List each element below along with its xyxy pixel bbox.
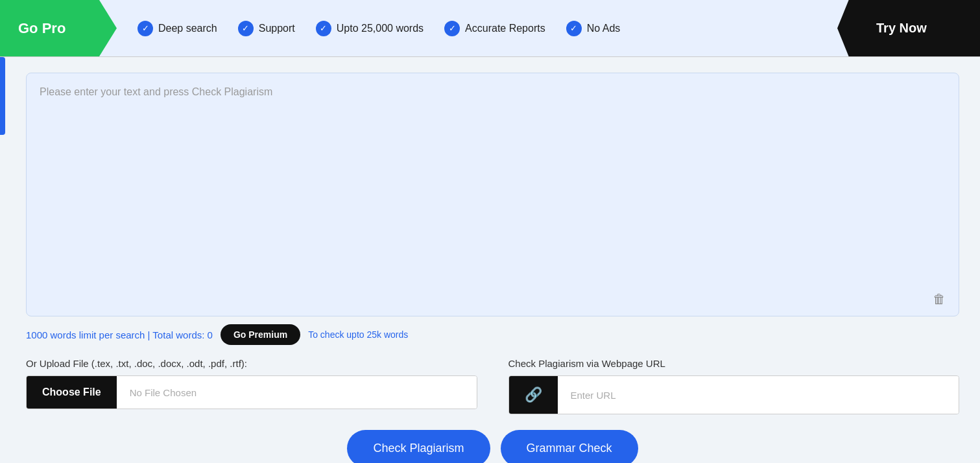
choose-file-button[interactable]: Choose File: [27, 376, 117, 409]
feature-label-deep-search: Deep search: [158, 23, 217, 34]
grammar-check-button[interactable]: Grammar Check: [501, 430, 638, 463]
check-icon-words: ✓: [316, 21, 331, 36]
upload-url-row: Or Upload File (.tex, .txt, .doc, .docx,…: [26, 358, 959, 414]
text-area-container: 🗑: [26, 73, 959, 316]
file-input-wrapper: Choose File No File Chosen: [26, 375, 477, 409]
url-section-label: Check Plagiarism via Webpage URL: [508, 358, 960, 369]
try-now-button[interactable]: Try Now: [837, 0, 980, 56]
url-icon-button: 🔗: [509, 376, 558, 414]
url-input-wrapper: 🔗: [508, 375, 960, 414]
file-name-display: No File Chosen: [117, 376, 477, 409]
feature-words: ✓ Upto 25,000 words: [316, 21, 424, 36]
trash-icon[interactable]: 🗑: [933, 292, 946, 307]
link-icon: 🔗: [525, 386, 542, 403]
feature-deep-search: ✓ Deep search: [137, 21, 217, 36]
go-pro-button[interactable]: Go Pro: [0, 0, 117, 56]
word-limit-text: 1000 words limit per search | Total word…: [26, 329, 213, 340]
feature-reports: ✓ Accurate Reports: [444, 21, 545, 36]
banner-features: ✓ Deep search ✓ Support ✓ Upto 25,000 wo…: [117, 0, 837, 56]
check-icon-reports: ✓: [444, 21, 460, 36]
feature-support: ✓ Support: [238, 21, 295, 36]
word-limit-row: 1000 words limit per search | Total word…: [26, 324, 959, 345]
upload-section: Or Upload File (.tex, .txt, .doc, .docx,…: [26, 358, 477, 414]
check-icon-no-ads: ✓: [566, 21, 582, 36]
url-section: Check Plagiarism via Webpage URL 🔗: [508, 358, 960, 414]
check-icon-support: ✓: [238, 21, 254, 36]
feature-no-ads: ✓ No Ads: [566, 21, 621, 36]
go-premium-button[interactable]: Go Premium: [221, 324, 300, 345]
feature-label-no-ads: No Ads: [587, 23, 621, 34]
check-icon-deep-search: ✓: [137, 21, 153, 36]
blue-accent-bar: [0, 57, 5, 135]
bottom-buttons: Check Plagiarism Grammar Check: [26, 430, 959, 463]
feature-label-reports: Accurate Reports: [465, 23, 545, 34]
plagiarism-text-input[interactable]: [40, 86, 946, 281]
feature-label-words: Upto 25,000 words: [337, 23, 424, 34]
check-plagiarism-button[interactable]: Check Plagiarism: [347, 430, 490, 463]
feature-label-support: Support: [259, 23, 295, 34]
premium-description: To check upto 25k words: [308, 329, 408, 340]
main-content: 🗑 1000 words limit per search | Total wo…: [0, 57, 980, 463]
upload-label: Or Upload File (.tex, .txt, .doc, .docx,…: [26, 358, 477, 369]
top-banner: Go Pro ✓ Deep search ✓ Support ✓ Upto 25…: [0, 0, 980, 57]
url-input[interactable]: [558, 376, 959, 414]
